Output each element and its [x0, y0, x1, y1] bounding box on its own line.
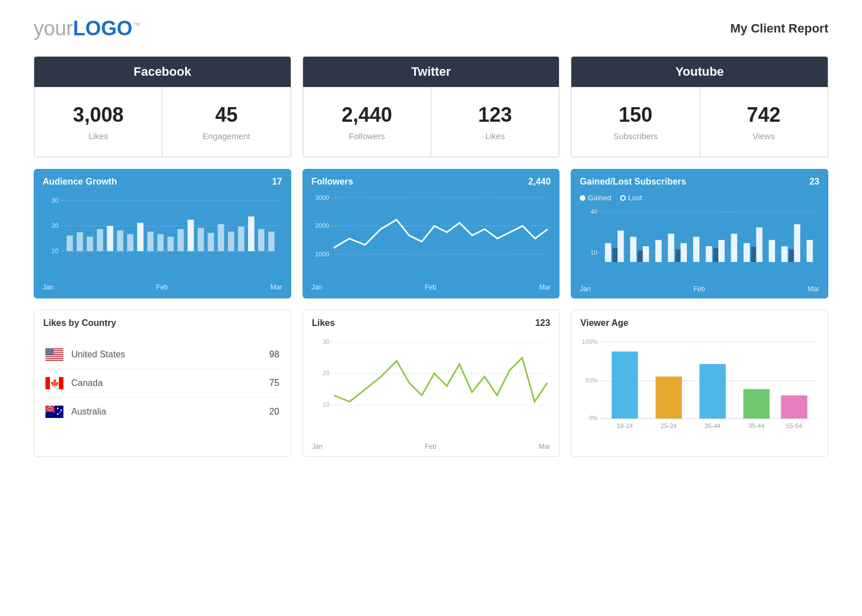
svg-point-68 [46, 349, 47, 350]
svg-rect-66 [45, 358, 63, 360]
svg-rect-101 [45, 408, 54, 409]
svg-rect-57 [713, 248, 718, 262]
likes-chart-body: 30 20 10 [303, 333, 560, 441]
viewer-age-title: Viewer Age [580, 318, 628, 328]
svg-text:20: 20 [323, 369, 329, 376]
svg-rect-6 [67, 236, 73, 251]
svg-text:100%: 100% [582, 338, 598, 345]
svg-rect-8 [87, 237, 93, 251]
svg-rect-25 [258, 229, 264, 251]
svg-text:10: 10 [52, 247, 58, 254]
youtube-stat2-label: Views [712, 131, 816, 141]
svg-text:10: 10 [590, 249, 597, 256]
followers-body: 3000 2000 1000 [302, 191, 560, 281]
logo-bold: LOGO [73, 17, 132, 40]
svg-rect-9 [97, 229, 103, 251]
facebook-header: Facebook [34, 57, 291, 87]
twitter-stat2-label: Likes [443, 131, 547, 141]
country-ca-count: 75 [269, 378, 279, 388]
facebook-stat1: 3,008 Likes [34, 87, 162, 157]
page-header: yourLOGO™ My Client Report [34, 17, 828, 40]
svg-point-75 [49, 350, 50, 351]
svg-rect-124 [744, 389, 770, 419]
youtube-stat2: 742 Views [700, 87, 828, 157]
svg-point-87 [52, 353, 53, 354]
twitter-stat1-value: 2,440 [315, 103, 419, 127]
svg-point-84 [48, 353, 49, 354]
flag-ca: 🍁 [45, 377, 63, 389]
followers-card: Followers 2,440 3000 2000 1000 Jan Feb M… [302, 169, 560, 298]
svg-text:20: 20 [52, 222, 58, 229]
svg-point-85 [49, 353, 50, 354]
svg-text:3000: 3000 [315, 194, 329, 201]
audience-growth-value: 17 [272, 177, 282, 187]
likes-chart-header: Likes 123 [303, 310, 560, 333]
facebook-stat2-value: 45 [174, 103, 278, 127]
likes-country-title: Likes by Country [43, 318, 116, 328]
svg-rect-17 [177, 229, 184, 251]
youtube-header: Youtube [571, 57, 828, 87]
svg-point-73 [46, 350, 47, 351]
country-ca-name: Canada [71, 378, 269, 388]
svg-point-76 [51, 350, 52, 351]
svg-text:2000: 2000 [315, 222, 329, 229]
likes-axis: Jan Feb Mar [303, 440, 560, 456]
logo-text-your: your [34, 17, 73, 40]
svg-rect-45 [706, 246, 712, 262]
svg-rect-50 [769, 240, 775, 262]
svg-point-79 [48, 352, 49, 353]
axis-jan: Jan [43, 283, 53, 291]
twitter-group: Twitter 2,440 Followers 123 Likes [302, 56, 560, 158]
svg-rect-43 [681, 243, 687, 262]
svg-rect-49 [756, 227, 763, 262]
svg-point-78 [46, 352, 47, 353]
country-us-count: 98 [269, 350, 279, 360]
followers-title: Followers [311, 177, 354, 187]
svg-point-72 [52, 349, 53, 350]
audience-growth-card: Audience Growth 17 30 20 10 [34, 169, 291, 298]
svg-point-104 [57, 413, 59, 415]
svg-rect-37 [605, 243, 611, 262]
svg-rect-19 [198, 228, 204, 251]
twitter-header: Twitter [303, 57, 560, 87]
followers-header: Followers 2,440 [302, 169, 560, 191]
svg-rect-48 [744, 243, 750, 262]
svg-point-105 [59, 412, 61, 413]
gained-dot [580, 195, 585, 201]
followers-chart: 3000 2000 1000 [311, 191, 551, 273]
svg-text:1000: 1000 [315, 251, 329, 258]
svg-point-69 [48, 349, 49, 350]
svg-rect-18 [187, 220, 194, 251]
svg-point-83 [46, 353, 47, 354]
likes-chart-title: Likes [312, 318, 335, 328]
audience-growth-axis: Jan Feb Mar [34, 281, 291, 297]
svg-rect-12 [127, 234, 133, 251]
svg-point-82 [52, 352, 53, 353]
svg-point-71 [51, 349, 52, 350]
viewer-age-header: Viewer Age [571, 310, 828, 333]
twitter-stat2: 123 Likes [431, 87, 559, 157]
svg-text:🍁: 🍁 [50, 379, 60, 388]
flag-au [45, 406, 63, 418]
country-us-name: United States [71, 350, 269, 360]
legend-lost: Lost [620, 194, 642, 202]
axis-feb: Feb [425, 283, 437, 291]
svg-text:35-44: 35-44 [749, 422, 765, 429]
svg-text:40: 40 [590, 208, 597, 215]
gained-label: Gained [588, 194, 611, 202]
svg-rect-21 [218, 224, 224, 251]
axis-mar: Mar [270, 283, 282, 291]
gained-lost-chart: 40 10 [580, 205, 819, 275]
gained-lost-value: 23 [809, 177, 819, 187]
facebook-stat1-label: Likes [46, 131, 150, 141]
svg-text:18-24: 18-24 [617, 422, 633, 429]
svg-rect-52 [794, 224, 800, 262]
report-title: My Client Report [730, 21, 828, 36]
country-us: United States 98 [45, 341, 279, 369]
legend-gained: Gained [580, 194, 611, 202]
svg-point-103 [61, 409, 62, 411]
svg-rect-118 [612, 351, 638, 419]
svg-rect-39 [630, 237, 636, 262]
svg-rect-90 [59, 377, 63, 389]
axis-feb: Feb [694, 285, 705, 293]
